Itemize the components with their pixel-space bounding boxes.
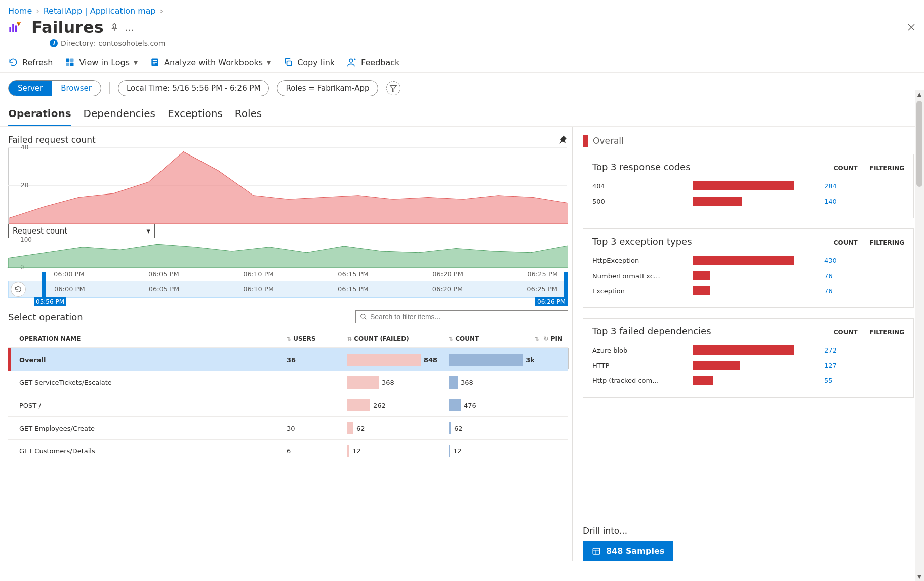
breadcrumb-app[interactable]: RetailApp | Application map [44, 6, 156, 16]
card-row-count[interactable]: 140 [824, 198, 860, 205]
copy-link-button[interactable]: Copy link [283, 57, 335, 67]
card-row-count[interactable]: 284 [824, 182, 860, 190]
range-start-handle[interactable]: 05:56 PM [34, 297, 66, 306]
analyze-workbooks-button[interactable]: Analyze with Workbooks ▾ [150, 57, 271, 67]
card-row[interactable]: Http (tracked com… 55 [592, 373, 904, 388]
card-col-filtering: FILTERING [870, 239, 904, 246]
failed-requests-chart[interactable]: 20 40 [8, 148, 568, 224]
chevron-down-icon: ▾ [134, 58, 138, 67]
op-count: 476 [449, 399, 535, 411]
card-row-bar [693, 345, 794, 355]
card-row-count[interactable]: 76 [824, 287, 860, 295]
pin-icon[interactable] [110, 23, 119, 32]
card-row[interactable]: NumberFormatExc… 76 [592, 268, 904, 283]
time-range-slider[interactable]: 06:00 PM 06:05 PM 06:10 PM 06:15 PM 06:2… [8, 281, 568, 298]
card-row[interactable]: 500 140 [592, 193, 904, 209]
svg-point-16 [349, 59, 353, 62]
range-tick: 06:15 PM [338, 285, 369, 295]
col-failed[interactable]: ⇅COUNT (FAILED) [347, 335, 449, 342]
tab-roles[interactable]: Roles [235, 103, 262, 126]
drill-samples-button[interactable]: 848 Samples [583, 541, 673, 561]
col-name[interactable]: OPERATION NAME [19, 335, 287, 342]
workbooks-label: Analyze with Workbooks [164, 58, 263, 67]
browser-toggle[interactable]: Browser [52, 81, 101, 96]
card-row[interactable]: 404 284 [592, 178, 904, 193]
svg-rect-7 [66, 59, 70, 62]
card-col-filtering: FILTERING [870, 329, 904, 336]
svg-rect-0 [9, 27, 11, 32]
col-count[interactable]: ⇅COUNT [449, 335, 535, 342]
table-row[interactable]: POST / - 262 476 [8, 394, 568, 417]
card-row-count[interactable]: 430 [824, 257, 860, 264]
card-row-bar [693, 256, 794, 265]
card-col-filtering: FILTERING [870, 165, 904, 172]
card-row-bar [693, 376, 713, 385]
view-logs-button[interactable]: View in Logs ▾ [65, 57, 138, 67]
scrollbar-thumb[interactable] [916, 101, 922, 187]
card-row[interactable]: Exception 76 [592, 283, 904, 298]
op-count: 62 [449, 422, 535, 434]
scroll-up-icon[interactable]: ▲ [916, 90, 922, 99]
more-icon[interactable]: … [125, 22, 134, 33]
op-name: GET Employees/Create [19, 424, 287, 432]
tab-exceptions[interactable]: Exceptions [168, 103, 223, 126]
col-users[interactable]: ⇅USERS [287, 335, 347, 342]
divider [109, 82, 110, 94]
request-count-chart[interactable]: 0 100 [8, 240, 568, 268]
refresh-label: Refresh [22, 58, 53, 67]
range-tick: 06:20 PM [432, 285, 463, 295]
drill-into-panel: Drill into... 848 Samples [583, 522, 914, 561]
tab-dependencies[interactable]: Dependencies [84, 103, 155, 126]
svg-rect-13 [153, 62, 157, 63]
pin-chart-icon[interactable] [558, 135, 568, 145]
card-row-label: Http (tracked com… [592, 377, 689, 384]
card-row-count[interactable]: 55 [824, 377, 860, 384]
card-title: Top 3 failed dependencies [592, 326, 711, 336]
page-scrollbar[interactable]: ▲ ▼ [915, 90, 924, 581]
roles-filter[interactable]: Roles = Fabrikam-App [277, 80, 378, 96]
op-users: 6 [287, 447, 347, 455]
card-row-bar [693, 361, 740, 370]
table-row[interactable]: GET Customers/Details 6 12 12 [8, 440, 568, 462]
op-name: POST / [19, 402, 287, 409]
table-row[interactable]: Overall 36 848 3k [8, 348, 568, 371]
breadcrumb-home[interactable]: Home [8, 6, 32, 16]
operation-search[interactable] [355, 310, 568, 323]
close-icon[interactable] [907, 23, 916, 32]
svg-marker-18 [390, 86, 396, 92]
time-range-picker[interactable]: Local Time: 5/16 5:56 PM - 6:26 PM [118, 80, 269, 96]
op-count: 3k [449, 354, 535, 366]
card-exception-types: Top 3 exception types COUNT FILTERING Ht… [583, 228, 914, 308]
scroll-down-icon[interactable]: ▼ [916, 572, 922, 581]
svg-rect-1 [12, 24, 14, 32]
op-failed: 848 [347, 354, 449, 366]
card-row-count[interactable]: 127 [824, 362, 860, 369]
tab-operations[interactable]: Operations [8, 103, 71, 126]
feedback-button[interactable]: Feedback [347, 57, 399, 67]
time-tick: 06:05 PM [148, 270, 179, 278]
op-failed: 368 [347, 376, 449, 389]
card-row-count[interactable]: 272 [824, 346, 860, 354]
card-row[interactable]: HTTP 127 [592, 358, 904, 373]
drill-into-label: Drill into... [583, 526, 914, 536]
card-title: Top 3 exception types [592, 236, 692, 247]
server-toggle[interactable]: Server [9, 81, 52, 96]
range-end-handle[interactable]: 06:26 PM [535, 297, 568, 306]
add-filter-button[interactable] [386, 81, 400, 95]
card-row-bar [693, 197, 742, 206]
op-count: 368 [449, 376, 535, 389]
table-row[interactable]: GET Employees/Create 30 62 62 [8, 417, 568, 440]
card-row[interactable]: Azure blob 272 [592, 342, 904, 358]
card-row-count[interactable]: 76 [824, 272, 860, 280]
card-row-label: 500 [592, 198, 689, 205]
history-back-button[interactable] [11, 282, 26, 297]
time-tick: 06:20 PM [432, 270, 463, 278]
op-name: GET ServiceTickets/Escalate [19, 379, 287, 386]
card-row[interactable]: HttpException 430 [592, 253, 904, 268]
card-row-bar [693, 286, 710, 295]
col-pin[interactable]: ⇅ ↻ PIN [535, 335, 565, 342]
overall-context-label: Overall [593, 136, 624, 146]
refresh-button[interactable]: Refresh [8, 57, 53, 67]
table-row[interactable]: GET ServiceTickets/Escalate - 368 368 [8, 371, 568, 394]
operation-search-input[interactable] [370, 313, 564, 321]
